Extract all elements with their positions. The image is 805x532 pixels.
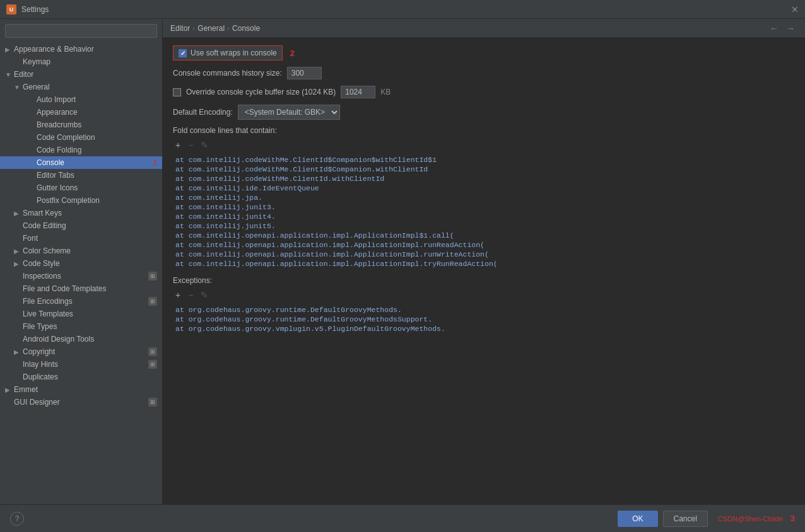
buffer-unit: KB xyxy=(380,88,391,96)
sidebar-item-emmet[interactable]: ▶ Emmet xyxy=(0,383,162,396)
sidebar-item-appearance-behavior[interactable]: ▶ Appearance & Behavior xyxy=(0,43,162,55)
sidebar-item-auto-import[interactable]: Auto Import xyxy=(0,93,162,106)
sidebar-item-file-encodings[interactable]: File Encodings ⊞ xyxy=(0,295,162,308)
sidebar-item-editor[interactable]: ▼ Editor xyxy=(0,68,162,81)
help-section: ? xyxy=(10,512,24,526)
list-item[interactable]: at org.codehaus.groovy.runtime.DefaultGr… xyxy=(173,305,795,315)
arrow-icon: ▶ xyxy=(5,46,14,53)
sidebar-item-label: Code Folding xyxy=(37,146,157,154)
list-item[interactable]: at com.intellij.openapi.application.impl… xyxy=(173,250,795,259)
sidebar-item-label: Inspections xyxy=(23,272,148,280)
bottom-bar: ? OK Cancel CSDN@Shen-Childe 3 xyxy=(0,504,805,532)
override-buffer-input[interactable] xyxy=(341,86,375,98)
list-item[interactable]: at com.intellij.junit3. xyxy=(173,202,795,212)
sidebar-item-inspections[interactable]: Inspections ⊞ xyxy=(0,270,162,282)
list-item[interactable]: at com.intellij.jpa. xyxy=(173,193,795,202)
sidebar-item-code-folding[interactable]: Code Folding xyxy=(0,144,162,156)
sidebar-item-file-code-templates[interactable]: File and Code Templates xyxy=(0,282,162,295)
sidebar-item-label: File Types xyxy=(23,322,157,331)
sidebar-item-appearance[interactable]: Appearance xyxy=(0,106,162,119)
sidebar-item-gui-designer[interactable]: GUI Designer ⊞ xyxy=(0,396,162,408)
exceptions-remove-button[interactable]: − xyxy=(185,289,196,301)
encoding-label: Default Encoding: xyxy=(173,108,233,117)
exceptions-list: at org.codehaus.groovy.runtime.DefaultGr… xyxy=(173,305,795,333)
help-button[interactable]: ? xyxy=(10,512,24,526)
sidebar-item-label: Editor xyxy=(14,70,157,79)
list-item[interactable]: at org.codehaus.groovy.runtime.DefaultGr… xyxy=(173,315,795,324)
list-item[interactable]: at org.codehaus.groovy.vmplugin.v5.Plugi… xyxy=(173,324,795,333)
list-item[interactable]: at com.intellij.codeWithMe.ClientId$Comp… xyxy=(173,155,795,165)
list-item[interactable]: at com.intellij.junit4. xyxy=(173,212,795,221)
soft-wraps-label: Use soft wraps in console xyxy=(191,49,277,57)
arrow-icon: ▶ xyxy=(14,349,23,356)
sidebar-item-console[interactable]: Console 1 xyxy=(0,156,162,169)
sidebar-item-label: Duplicates xyxy=(23,373,157,381)
sidebar-item-file-types[interactable]: File Types xyxy=(0,320,162,333)
sidebar-item-label: GUI Designer xyxy=(14,398,148,407)
sidebar-item-label: Android Design Tools xyxy=(23,335,157,344)
sidebar-item-copyright[interactable]: ▶ Copyright ⊞ xyxy=(0,345,162,358)
fold-items-list: at com.intellij.codeWithMe.ClientId$Comp… xyxy=(173,155,795,269)
file-encodings-badge: ⊞ xyxy=(148,297,157,306)
app-icon: U xyxy=(6,4,16,14)
sidebar-item-label: Emmet xyxy=(14,385,157,394)
sidebar-item-label: Console xyxy=(37,158,151,167)
sidebar-item-label: Appearance xyxy=(37,108,157,117)
sidebar-item-font[interactable]: Font xyxy=(0,232,162,245)
sidebar-item-label: Smart Keys xyxy=(23,209,157,217)
sidebar-item-label: Editor Tabs xyxy=(37,171,157,180)
fold-remove-button[interactable]: − xyxy=(185,139,196,151)
sidebar-item-live-templates[interactable]: Live Templates xyxy=(0,308,162,320)
override-buffer-row: Override console cycle buffer size (1024… xyxy=(173,86,795,98)
breadcrumb-general: General xyxy=(197,24,225,33)
main-content: ⌕ ▶ Appearance & Behavior Keymap ▼ xyxy=(0,19,805,504)
list-item[interactable]: at com.intellij.codeWithMe.ClientId$Comp… xyxy=(173,165,795,174)
sidebar-item-keymap[interactable]: Keymap xyxy=(0,55,162,68)
history-size-row: Console commands history size: xyxy=(173,67,795,79)
sidebar-item-code-completion[interactable]: Code Completion xyxy=(0,131,162,144)
sidebar-item-code-style[interactable]: ▶ Code Style xyxy=(0,257,162,270)
sidebar-item-label: Font xyxy=(23,234,157,243)
exceptions-edit-button[interactable]: ✎ xyxy=(198,289,211,301)
sidebar-item-gutter-icons[interactable]: Gutter Icons xyxy=(0,182,162,194)
encoding-dropdown[interactable]: <System Default: GBK> xyxy=(238,105,340,120)
settings-window: U Settings ✕ ⌕ ▶ Appearance & Behavior xyxy=(0,0,805,532)
history-size-input[interactable] xyxy=(287,67,322,79)
arrow-icon: ▼ xyxy=(5,71,14,78)
list-item[interactable]: at com.intellij.junit5. xyxy=(173,221,795,231)
sidebar-item-code-editing[interactable]: Code Editing xyxy=(0,219,162,232)
sidebar-item-postfix-completion[interactable]: Postfix Completion xyxy=(0,194,162,207)
arrow-icon: ▶ xyxy=(14,210,23,217)
list-item[interactable]: at com.intellij.codeWithMe.ClientId.with… xyxy=(173,174,795,183)
sidebar-item-android-design-tools[interactable]: Android Design Tools xyxy=(0,333,162,345)
sidebar-item-label: General xyxy=(23,83,157,91)
arrow-icon: ▶ xyxy=(5,386,14,393)
ok-button[interactable]: OK xyxy=(618,511,657,527)
override-buffer-checkbox[interactable] xyxy=(173,88,181,96)
list-item[interactable]: at com.intellij.openapi.application.impl… xyxy=(173,259,795,269)
sidebar-item-label: Auto Import xyxy=(37,95,157,104)
copyright-badge: ⊞ xyxy=(148,347,157,356)
fold-label: Fold console lines that contain: xyxy=(173,126,795,135)
sidebar-item-breadcrumbs[interactable]: Breadcrumbs xyxy=(0,119,162,131)
sidebar-item-editor-tabs[interactable]: Editor Tabs xyxy=(0,169,162,182)
soft-wraps-checkbox[interactable] xyxy=(179,49,187,57)
sidebar-item-inlay-hints[interactable]: Inlay Hints ⊞ xyxy=(0,358,162,371)
close-button[interactable]: ✕ xyxy=(791,4,799,14)
exceptions-add-button[interactable]: + xyxy=(173,289,183,301)
list-item[interactable]: at com.intellij.openapi.application.impl… xyxy=(173,231,795,240)
fold-add-button[interactable]: + xyxy=(173,139,183,151)
fold-edit-button[interactable]: ✎ xyxy=(198,139,211,151)
sidebar-item-smart-keys[interactable]: ▶ Smart Keys xyxy=(0,207,162,219)
breadcrumb-forward-button[interactable]: → xyxy=(784,22,797,35)
sidebar-item-duplicates[interactable]: Duplicates xyxy=(0,371,162,383)
sidebar-item-label: Code Style xyxy=(23,259,157,268)
sidebar-item-general[interactable]: ▼ General xyxy=(0,81,162,93)
list-item[interactable]: at com.intellij.openapi.application.impl… xyxy=(173,240,795,250)
list-item[interactable]: at com.intellij.ide.IdeEventQueue xyxy=(173,183,795,193)
cancel-button[interactable]: Cancel xyxy=(663,511,708,527)
search-input[interactable] xyxy=(5,24,157,38)
breadcrumb-back-button[interactable]: ← xyxy=(767,22,781,35)
arrow-icon: ▶ xyxy=(14,260,23,267)
sidebar-item-color-scheme[interactable]: ▶ Color Scheme xyxy=(0,245,162,257)
